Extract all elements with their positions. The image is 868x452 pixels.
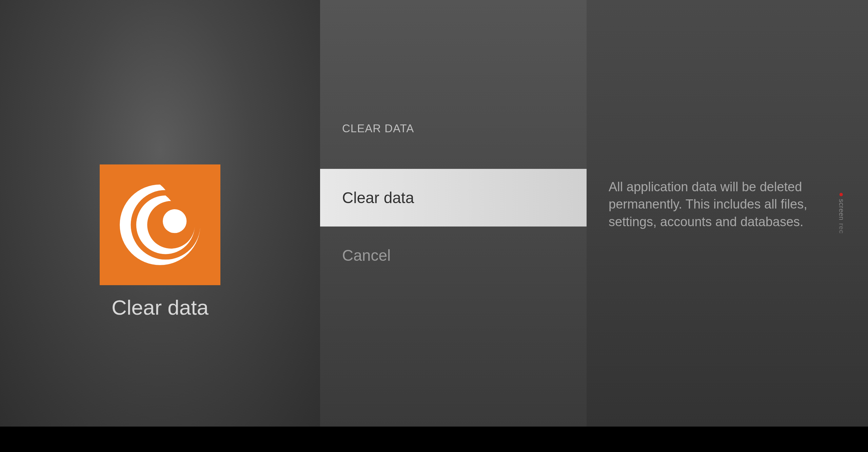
crunchyroll-icon xyxy=(100,164,220,285)
app-title: Clear data xyxy=(112,295,209,319)
section-header: CLEAR DATA xyxy=(320,122,587,135)
recorder-prefix: screen xyxy=(837,199,845,220)
cancel-button[interactable]: Cancel xyxy=(320,227,587,284)
main-container: Clear data CLEAR DATA Clear data Cancel … xyxy=(0,0,868,427)
app-logo-svg xyxy=(114,179,206,271)
right-panel: All application data will be deleted per… xyxy=(587,0,868,427)
screen-recorder-watermark: screenrec xyxy=(837,193,845,234)
recorder-suffix: rec xyxy=(837,223,845,234)
left-panel: Clear data xyxy=(0,0,320,427)
description-text: All application data will be deleted per… xyxy=(609,178,834,231)
clear-data-label: Clear data xyxy=(342,189,414,207)
clear-data-button[interactable]: Clear data xyxy=(320,169,587,227)
cancel-label: Cancel xyxy=(342,246,391,264)
bottom-bar xyxy=(0,427,868,452)
middle-panel: CLEAR DATA Clear data Cancel xyxy=(320,0,587,427)
record-dot-icon xyxy=(840,193,843,196)
svg-point-0 xyxy=(163,209,186,233)
